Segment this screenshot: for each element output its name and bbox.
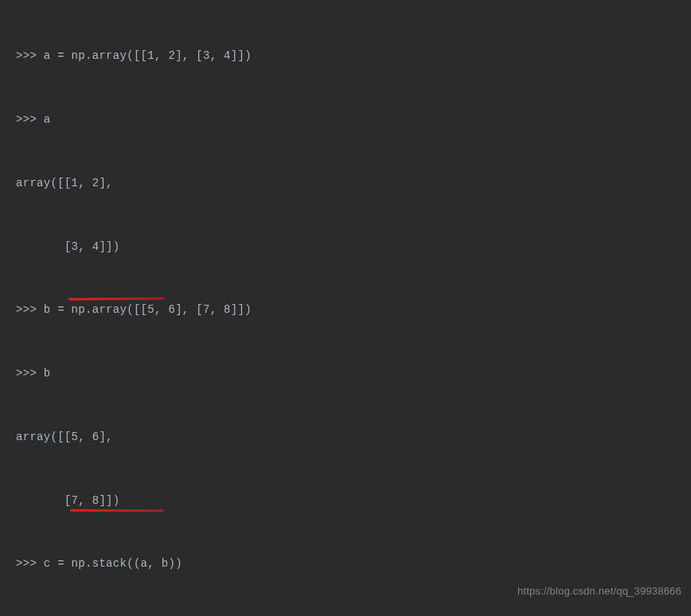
prompt-line: >>> a: [16, 109, 681, 131]
python-terminal[interactable]: >>> a = np.array([[1, 2], [3, 4]]) >>> a…: [6, 0, 691, 616]
annotation-underline: [70, 509, 164, 513]
output-line: array([[1, 2],: [16, 173, 681, 194]
output-line: [7, 8]]): [16, 490, 681, 512]
prompt-line: >>> c = np.stack((a, b)): [16, 553, 681, 575]
output-line: array([[5, 6],: [16, 427, 681, 448]
prompt-line: >>> b: [16, 363, 681, 384]
output-line: [3, 4]]): [16, 236, 681, 258]
prompt-line: >>> b = np.array([[5, 6], [7, 8]]): [16, 299, 681, 321]
prompt-line: >>> a = np.array([[1, 2], [3, 4]]): [16, 45, 681, 67]
